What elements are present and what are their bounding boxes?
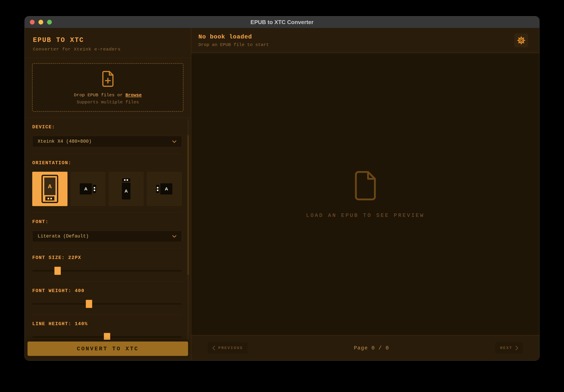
dropzone-note: Supports multiple files — [77, 100, 139, 105]
font-weight-group: FONT WEIGHT: 400 — [32, 288, 182, 315]
orientation-group: ORIENTATION: A A — [32, 160, 182, 213]
font-weight-label: FONT WEIGHT: 400 — [32, 288, 182, 294]
font-size-label: FONT SIZE: 22PX — [32, 255, 182, 260]
app-title: EPUB TO XTC — [33, 36, 183, 44]
font-size-slider[interactable] — [32, 266, 182, 275]
chevron-left-icon — [212, 346, 215, 350]
gear-icon — [517, 36, 525, 45]
font-weight-slider-thumb[interactable] — [86, 300, 92, 308]
page-indicator: Page 0 / 0 — [248, 345, 495, 351]
previous-page-button[interactable]: PREVIOUS — [208, 342, 248, 354]
orientation-letter: A — [84, 186, 87, 192]
font-weight-slider[interactable] — [32, 300, 182, 308]
preview-status-subtitle: Drop an EPUB file to start — [198, 42, 514, 47]
previous-label: PREVIOUS — [218, 346, 243, 350]
device-select[interactable]: Xteink X4 (480×800) — [32, 136, 182, 147]
font-label: FONT: — [32, 219, 182, 224]
font-select-value: Literata (Default) — [38, 234, 172, 239]
orientation-landscape-right-button[interactable]: A — [70, 172, 106, 206]
settings-button[interactable] — [514, 33, 528, 47]
window-title: EPUB to XTC Converter — [250, 19, 313, 26]
font-select[interactable]: Literata (Default) — [32, 231, 182, 242]
preview-body: LOAD AN EPUB TO SEE PREVIEW — [191, 53, 539, 335]
convert-button[interactable]: CONVERT TO XTC — [28, 341, 188, 356]
preview-placeholder-text: LOAD AN EPUB TO SEE PREVIEW — [306, 212, 424, 218]
device-landscape-right-icon: A — [80, 183, 96, 195]
traffic-lights — [30, 16, 52, 28]
slider-track[interactable] — [32, 303, 182, 305]
font-size-slider-thumb[interactable] — [54, 267, 61, 275]
settings-scroll-area: DEVICE: Xteink X4 (480×800) ORIENTATION:… — [25, 118, 191, 360]
next-page-button[interactable]: NEXT — [495, 342, 523, 354]
orientation-portrait-flipped-button[interactable]: A — [109, 172, 144, 206]
document-icon — [353, 170, 378, 201]
orientation-label: ORIENTATION: — [32, 160, 182, 166]
preview-status-title: No book loaded — [198, 33, 514, 40]
font-size-group: FONT SIZE: 22PX — [32, 255, 182, 282]
orientation-landscape-left-button[interactable]: A — [147, 172, 182, 206]
sidebar: EPUB TO XTC Converter for Xteink e-reade… — [25, 28, 191, 360]
device-label: DEVICE: — [32, 125, 182, 130]
file-plus-icon — [101, 70, 115, 87]
app-subtitle: Converter for Xteink e-readers — [33, 47, 183, 52]
chevron-right-icon — [515, 346, 518, 350]
titlebar: EPUB to XTC Converter — [25, 16, 539, 28]
dropzone-prompt-text: Drop EPUB files or — [74, 93, 125, 98]
orientation-letter: A — [48, 183, 52, 190]
chevron-down-icon — [172, 140, 176, 143]
zoom-button[interactable] — [47, 20, 52, 25]
preview-header: No book loaded Drop an EPUB file to star… — [191, 28, 539, 53]
sidebar-scrollbar-thumb[interactable] — [187, 135, 189, 275]
device-landscape-left-icon: A — [156, 183, 172, 195]
device-portrait-flipped-icon: A — [122, 178, 130, 199]
preview-panel: No book loaded Drop an EPUB file to star… — [191, 28, 539, 360]
sidebar-header: EPUB TO XTC Converter for Xteink e-reade… — [25, 28, 191, 58]
dropzone-prompt: Drop EPUB files or Browse — [74, 93, 142, 98]
orientation-options: A A — [32, 172, 182, 206]
convert-footer: CONVERT TO XTC — [25, 340, 191, 360]
minimize-button[interactable] — [39, 20, 43, 25]
preview-status: No book loaded Drop an EPUB file to star… — [198, 33, 514, 47]
device-group: DEVICE: Xteink X4 (480×800) — [32, 125, 182, 154]
orientation-letter: A — [125, 188, 128, 194]
dropzone-section: Drop EPUB files or Browse Supports multi… — [25, 58, 191, 118]
next-label: NEXT — [500, 346, 512, 350]
close-button[interactable] — [30, 20, 35, 25]
chevron-down-icon — [172, 235, 176, 238]
epub-dropzone[interactable]: Drop EPUB files or Browse Supports multi… — [32, 63, 183, 112]
device-select-value: Xteink X4 (480×800) — [38, 139, 172, 144]
line-height-label: LINE HEIGHT: 140% — [32, 321, 182, 327]
orientation-letter: A — [165, 186, 168, 192]
device-portrait-icon: A — [42, 175, 58, 203]
preview-footer: PREVIOUS Page 0 / 0 NEXT — [191, 335, 539, 360]
app-window: EPUB to XTC Converter EPUB TO XTC Conver… — [25, 16, 539, 361]
font-group: FONT: Literata (Default) — [32, 219, 182, 249]
browse-link[interactable]: Browse — [125, 93, 142, 98]
orientation-portrait-button[interactable]: A — [32, 172, 68, 206]
